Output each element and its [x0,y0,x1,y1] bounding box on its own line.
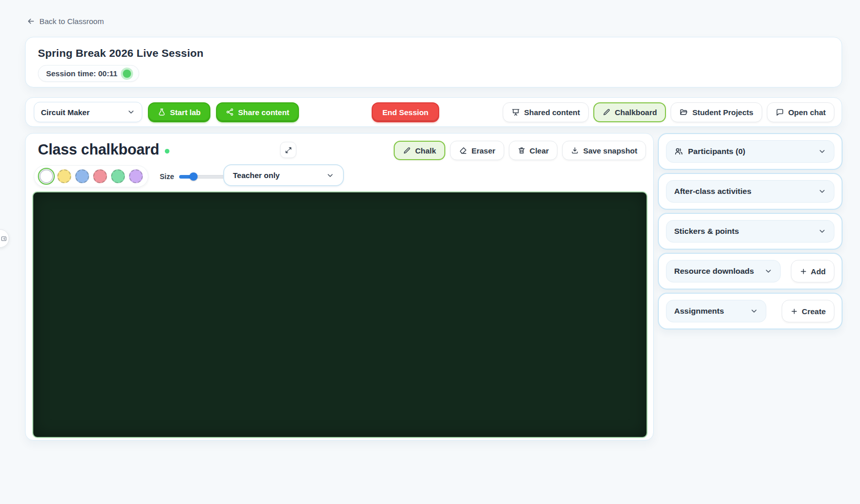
add-resource-button[interactable]: Add [791,260,834,282]
color-swatch-2[interactable] [57,169,71,183]
folder-icon [679,108,688,117]
chevron-down-icon [818,147,826,156]
size-label: Size [160,172,174,181]
board-tools: Chalk Eraser Clear Save snapshot [394,141,646,160]
tab-student-projects[interactable]: Student Projects [671,102,762,122]
chevron-down-icon [818,227,826,235]
color-swatch-6[interactable] [129,169,143,183]
stickers-toggle[interactable]: Stickers & points [666,220,834,243]
trash-icon [518,146,526,155]
session-header-card: Spring Break 2026 Live Session Session t… [25,37,842,87]
palette-row: Size [34,165,243,187]
back-to-classroom-link[interactable]: Back to Classroom [27,17,104,26]
panel-left-icon [1,235,7,242]
chalkboard-canvas[interactable] [32,191,648,438]
color-palette [34,165,148,187]
toolbar-view-tabs: Shared content Chalkboard Student Projec… [503,98,834,126]
chalk-tool-button[interactable]: Chalk [394,141,445,160]
eraser-tool-label: Eraser [471,146,496,155]
size-slider-thumb[interactable] [189,172,198,181]
assignments-card: Assignments Create [658,293,843,330]
tab-student-projects-label: Student Projects [692,108,753,117]
expand-board-button[interactable] [280,142,296,158]
board-status-dot [165,149,169,154]
activity-select-value: Circuit Maker [41,108,90,117]
chevron-down-icon [818,187,826,195]
visibility-select-value: Teacher only [233,171,280,180]
participants-label: Participants (0) [688,147,745,156]
stickers-card: Stickers & points [658,213,843,250]
participants-toggle[interactable]: Participants (0) [666,140,834,163]
sidebar: Participants (0) After-class activities … [658,133,843,330]
presentation-icon [511,108,520,117]
end-session-label: End Session [382,108,428,117]
clear-board-label: Clear [530,146,549,155]
assignments-toggle[interactable]: Assignments [666,300,766,322]
arrow-left-icon [27,17,35,26]
share-nodes-icon [226,108,234,116]
back-link-label: Back to Classroom [39,17,104,26]
assignments-label: Assignments [674,306,724,316]
share-content-label: Share content [238,108,289,117]
color-swatch-3[interactable] [75,169,89,183]
chat-bubble-icon [776,108,784,117]
visibility-select[interactable]: Teacher only [223,164,344,186]
pencil-icon [403,146,411,155]
start-lab-button[interactable]: Start lab [148,102,210,122]
users-icon [674,147,683,156]
chevron-down-icon [764,267,772,275]
create-assignment-label: Create [802,307,826,316]
participants-card: Participants (0) [658,133,843,170]
download-icon [571,146,579,155]
session-title: Spring Break 2026 Live Session [38,47,829,59]
start-lab-label: Start lab [170,108,201,117]
session-live-dot [123,70,131,78]
add-resource-label: Add [811,267,826,276]
session-toolbar: Circuit Maker Start lab Share content En… [25,97,842,127]
activity-select[interactable]: Circuit Maker [34,102,142,122]
flask-icon [158,108,166,116]
resources-toggle[interactable]: Resource downloads [666,260,781,282]
share-content-button[interactable]: Share content [216,102,299,122]
chalkboard-card: Class chalkboard Chalk Eraser Clear [25,133,654,441]
tab-shared-content-label: Shared content [524,108,580,117]
pencil-icon [603,108,611,116]
plus-icon [790,308,798,315]
save-snapshot-label: Save snapshot [583,146,637,155]
open-chat-label: Open chat [788,108,826,117]
open-chat-button[interactable]: Open chat [767,102,834,122]
color-swatch-5[interactable] [111,169,125,183]
after-class-card: After-class activities [658,173,843,210]
chevron-down-icon [127,108,135,116]
panel-collapse-handle[interactable] [0,229,9,248]
color-swatch-1[interactable] [39,169,53,183]
chevron-down-icon [326,171,334,180]
toolbar-left-group: Circuit Maker Start lab Share content [34,98,299,126]
chevron-down-icon [750,307,758,315]
stickers-label: Stickers & points [674,227,739,236]
after-class-toggle[interactable]: After-class activities [666,180,834,203]
create-assignment-button[interactable]: Create [782,300,834,322]
plus-icon [800,268,807,275]
diagonal-arrows-icon [285,146,292,154]
tab-chalkboard-label: Chalkboard [615,108,657,117]
after-class-label: After-class activities [674,187,751,196]
session-time-label: Session time: 00:11 [46,69,117,78]
board-title-row: Class chalkboard [38,141,169,158]
eraser-tool-button[interactable]: Eraser [450,141,504,160]
end-session-button[interactable]: End Session [372,102,439,122]
session-time-badge: Session time: 00:11 [38,65,139,82]
tab-shared-content[interactable]: Shared content [503,102,589,122]
clear-board-button[interactable]: Clear [509,141,558,160]
tab-chalkboard[interactable]: Chalkboard [593,102,666,122]
chalk-tool-label: Chalk [415,146,436,155]
color-swatch-4[interactable] [93,169,107,183]
save-snapshot-button[interactable]: Save snapshot [562,141,646,160]
resources-label: Resource downloads [674,267,754,276]
board-title: Class chalkboard [38,141,159,158]
resources-card: Resource downloads Add [658,253,843,290]
eraser-icon [459,146,467,155]
